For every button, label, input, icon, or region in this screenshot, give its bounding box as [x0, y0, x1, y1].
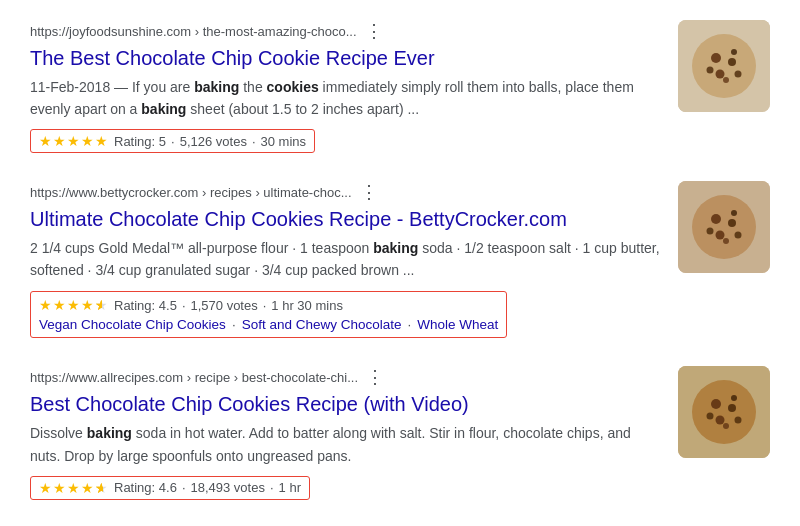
sitelink-item[interactable]: Whole Wheat — [417, 317, 498, 332]
rating-box: ★★★★★ Rating: 5 · 5,126 votes · 30 mins — [30, 129, 315, 153]
star-full-icon: ★ — [53, 480, 67, 496]
svg-point-8 — [735, 71, 742, 78]
svg-point-11 — [711, 214, 721, 224]
sitelinks-row: Vegan Chocolate Chip Cookies · Soft and … — [39, 317, 498, 332]
star-full-icon: ★ — [81, 480, 95, 496]
star-full-icon: ★ — [95, 133, 109, 149]
star-full-icon: ★ — [39, 133, 53, 149]
search-result: https://www.allrecipes.com › recipe › be… — [30, 366, 770, 499]
rating-votes-sep: · — [182, 480, 186, 495]
rating-label: Rating: 4.6 — [114, 480, 177, 495]
svg-point-25 — [723, 423, 729, 429]
svg-point-5 — [731, 49, 737, 55]
result-menu-icon[interactable]: ⋮ — [360, 181, 378, 203]
result-snippet: Dissolve baking soda in hot water. Add t… — [30, 422, 662, 466]
sitelink-separator: · — [408, 317, 412, 332]
svg-point-12 — [728, 219, 736, 227]
svg-point-13 — [716, 231, 725, 240]
svg-point-21 — [728, 404, 736, 412]
rating-box: ★★★★★★ Rating: 4.6 · 18,493 votes · 1 hr — [30, 476, 310, 500]
star-full-icon: ★ — [67, 480, 81, 496]
sitelink-separator: · — [232, 317, 236, 332]
svg-point-2 — [711, 53, 721, 63]
sitelink-item[interactable]: Soft and Chewy Chocolate — [242, 317, 402, 332]
rating-time-sep: · — [270, 480, 274, 495]
rating-label: Rating: 5 — [114, 134, 166, 149]
result-thumbnail — [678, 181, 770, 273]
result-menu-icon[interactable]: ⋮ — [366, 366, 384, 388]
star-full-icon: ★ — [39, 297, 53, 313]
star-full-icon: ★ — [39, 480, 53, 496]
result-content: https://joyfoodsunshine.com › the-most-a… — [30, 20, 662, 153]
svg-point-20 — [711, 399, 721, 409]
result-url: https://www.allrecipes.com › recipe › be… — [30, 366, 662, 388]
star-full-icon: ★ — [81, 297, 95, 313]
result-title[interactable]: Best Chocolate Chip Cookies Recipe (with… — [30, 391, 662, 417]
star-half-icon: ★★ — [95, 297, 109, 313]
rating-row: ★★★★★★ Rating: 4.5 · 1,570 votes · 1 hr … — [39, 297, 498, 313]
svg-point-15 — [707, 228, 714, 235]
result-thumbnail — [678, 20, 770, 112]
url-text: https://www.allrecipes.com › recipe › be… — [30, 370, 358, 385]
sitelink-item[interactable]: Vegan Chocolate Chip Cookies — [39, 317, 226, 332]
svg-point-10 — [692, 195, 756, 259]
result-content: https://www.allrecipes.com › recipe › be… — [30, 366, 662, 499]
search-result: https://joyfoodsunshine.com › the-most-a… — [30, 20, 770, 153]
star-partial-icon: ★★ — [95, 480, 109, 496]
rating-sitelinks-box: ★★★★★★ Rating: 4.5 · 1,570 votes · 1 hr … — [30, 291, 507, 338]
star-full-icon: ★ — [67, 297, 81, 313]
rating-votes: 1,570 votes — [191, 298, 258, 313]
svg-point-24 — [707, 413, 714, 420]
result-menu-icon[interactable]: ⋮ — [365, 20, 383, 42]
rating-time: 30 mins — [261, 134, 307, 149]
stars-display: ★★★★★★ — [39, 480, 109, 496]
svg-point-19 — [692, 380, 756, 444]
rating-time-sep: · — [263, 298, 267, 313]
svg-point-23 — [731, 395, 737, 401]
rating-votes: 18,493 votes — [191, 480, 265, 495]
rating-time: 1 hr 30 mins — [271, 298, 343, 313]
rating-votes-sep: · — [182, 298, 186, 313]
svg-point-16 — [723, 238, 729, 244]
star-full-icon: ★ — [67, 133, 81, 149]
svg-point-7 — [723, 77, 729, 83]
result-content: https://www.bettycrocker.com › recipes ›… — [30, 181, 662, 338]
svg-point-4 — [716, 70, 725, 79]
result-title[interactable]: Ultimate Chocolate Chip Cookies Recipe -… — [30, 206, 662, 232]
result-title[interactable]: The Best Chocolate Chip Cookie Recipe Ev… — [30, 45, 662, 71]
rating-time: 1 hr — [279, 480, 301, 495]
result-thumbnail — [678, 366, 770, 458]
rating-votes-sep: · — [171, 134, 175, 149]
star-full-icon: ★ — [81, 133, 95, 149]
svg-point-3 — [728, 58, 736, 66]
rating-label: Rating: 4.5 — [114, 298, 177, 313]
url-text: https://joyfoodsunshine.com › the-most-a… — [30, 24, 357, 39]
svg-point-22 — [716, 416, 725, 425]
stars-display: ★★★★★★ — [39, 297, 109, 313]
star-full-icon: ★ — [53, 133, 67, 149]
rating-time-sep: · — [252, 134, 256, 149]
svg-point-26 — [735, 417, 742, 424]
result-url: https://joyfoodsunshine.com › the-most-a… — [30, 20, 662, 42]
rating-votes: 5,126 votes — [180, 134, 247, 149]
result-url: https://www.bettycrocker.com › recipes ›… — [30, 181, 662, 203]
star-full-icon: ★ — [53, 297, 67, 313]
svg-point-1 — [692, 34, 756, 98]
svg-point-6 — [707, 67, 714, 74]
search-result: https://www.bettycrocker.com › recipes ›… — [30, 181, 770, 338]
url-text: https://www.bettycrocker.com › recipes ›… — [30, 185, 352, 200]
stars-display: ★★★★★ — [39, 133, 109, 149]
svg-point-14 — [731, 210, 737, 216]
svg-point-17 — [735, 232, 742, 239]
result-snippet: 2 1/4 cups Gold Medal™ all-purpose flour… — [30, 237, 662, 281]
result-snippet: 11-Feb-2018 — If you are baking the cook… — [30, 76, 662, 120]
